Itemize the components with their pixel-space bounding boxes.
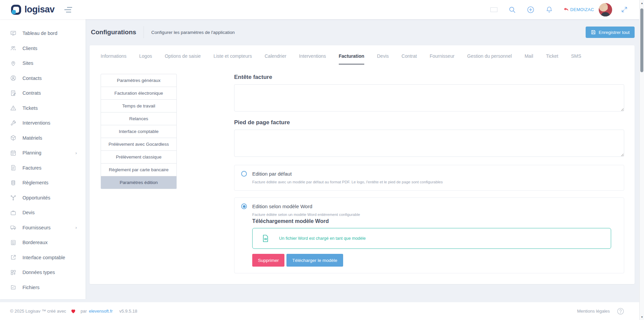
- page-header: Configurations Configurer les paramètres…: [90, 25, 635, 40]
- tab-fournisseur[interactable]: Fournisseur: [430, 53, 454, 64]
- sidebar-item-interface-comptable[interactable]: Interface comptable: [0, 250, 86, 265]
- impersonation-user[interactable]: DEMO\ZAC: [563, 6, 594, 13]
- tab-sms[interactable]: SMS: [571, 53, 581, 64]
- search-icon[interactable]: [508, 6, 516, 13]
- by-text: par: [80, 309, 87, 314]
- tabs-bar: InformationsLogosOptions de saisieListe …: [101, 53, 624, 64]
- tab-options-de-saisie[interactable]: Options de saisie: [165, 53, 201, 64]
- save-icon: [591, 30, 596, 35]
- scrollbar-thumb[interactable]: [640, 8, 643, 72]
- tab-contrat[interactable]: Contrat: [401, 53, 417, 64]
- exit-impersonation-icon[interactable]: [563, 6, 570, 13]
- invoice-header-textarea[interactable]: [234, 84, 624, 111]
- logo[interactable]: logisav: [0, 4, 55, 15]
- sidebar-item-interventions[interactable]: Interventions: [0, 116, 86, 131]
- tab-interventions[interactable]: Interventions: [299, 53, 326, 64]
- tab-logos[interactable]: Logos: [139, 53, 152, 64]
- sidebar-item-icon: [10, 45, 17, 51]
- tab-calendrier[interactable]: Calendrier: [265, 53, 286, 64]
- download-template-button[interactable]: Télécharger le modèle: [286, 254, 343, 267]
- submenu-button-prelevement-classique[interactable]: Prélèvement classique: [101, 150, 177, 164]
- sidebar-item-reglements[interactable]: Règlements: [0, 175, 86, 190]
- scroll-down-icon[interactable]: ▼: [640, 315, 644, 319]
- radio-checked-icon[interactable]: [241, 203, 247, 209]
- language-flag-icon[interactable]: [490, 7, 497, 12]
- sidebar-item-materiels[interactable]: Matériels: [0, 131, 86, 146]
- logo-mark-icon: [11, 5, 21, 15]
- avatar[interactable]: [599, 3, 612, 16]
- submenu-button-temps-de-travail[interactable]: Temps de travail: [101, 99, 177, 112]
- sidebar-item-donnees-types[interactable]: Données types: [0, 265, 86, 280]
- submenu-button-parametres-generaux[interactable]: Paramètres généraux: [101, 74, 177, 87]
- page-scrollbar[interactable]: ▲ ▼: [639, 0, 644, 320]
- tab-devis[interactable]: Devis: [377, 53, 389, 64]
- submenu-button-facturation-electronique[interactable]: Facturation électronique: [101, 87, 177, 100]
- sidebar-item-fichiers[interactable]: Fichiers: [0, 280, 86, 295]
- submenu-button-reglement-par-carte-bancaire[interactable]: Règlement par carte bancaire: [101, 163, 177, 176]
- submenu-button-relances[interactable]: Relances: [101, 112, 177, 125]
- quick-add-icon[interactable]: [527, 6, 535, 14]
- radio-unchecked-icon[interactable]: [241, 171, 247, 177]
- sidebar-item-label: Interventions: [22, 120, 50, 126]
- sidebar-item-label: Opportunités: [22, 195, 50, 200]
- sidebar-item-planning[interactable]: Planning ›: [0, 145, 86, 161]
- fullscreen-icon[interactable]: [621, 6, 628, 13]
- sidebar-item-icon: [10, 284, 17, 290]
- tab-mail[interactable]: Mail: [525, 53, 533, 64]
- submenu-button-parametres-edition[interactable]: Paramètres édition: [101, 176, 177, 189]
- sidebar-item-label: Devis: [22, 210, 35, 215]
- sidebar-item-icon: [10, 60, 17, 66]
- sidebar-item-icon: [10, 224, 17, 231]
- legal-notice-link[interactable]: Mentions légales: [577, 309, 610, 314]
- sidebar-item-devis[interactable]: Devis: [0, 205, 86, 220]
- sidebar-item-icon: [10, 269, 17, 276]
- tab-ticket[interactable]: Ticket: [546, 53, 558, 64]
- save-all-button[interactable]: Enregistrer tout: [586, 27, 635, 38]
- sidebar-item-icon: [10, 30, 17, 37]
- invoice-footer-textarea[interactable]: [234, 130, 624, 157]
- tab-facturation[interactable]: Facturation: [339, 53, 364, 64]
- page-subtitle: Configurer les paramètres de l'applicati…: [151, 30, 235, 35]
- sidebar-item-opportunites[interactable]: Opportunités: [0, 190, 86, 205]
- sidebar-item-icon: [10, 194, 17, 201]
- sidebar-item-icon: [10, 120, 17, 126]
- tab-liste-et-compteurs[interactable]: Liste et compteurs: [214, 53, 252, 64]
- delete-template-button[interactable]: Supprimer: [252, 254, 284, 267]
- submenu-button-prelevement-avec-gocardless[interactable]: Prélèvement avec Gocardless: [101, 138, 177, 151]
- option-edition-word: Edition selon modèle Word Facture éditée…: [234, 197, 624, 273]
- sidebar-item-label: Contrats: [22, 90, 41, 96]
- sidebar-item-bordereaux[interactable]: Bordereaux: [0, 235, 86, 250]
- sidebar-item-fournisseurs[interactable]: Fournisseurs ›: [0, 220, 86, 235]
- sidebar-item-label: Bordereaux: [22, 240, 48, 245]
- sidebar-item-contacts[interactable]: Contacts: [0, 71, 86, 86]
- sidebar-item-clients[interactable]: Clients: [0, 41, 86, 56]
- sidebar-item-label: Fichiers: [22, 285, 40, 290]
- sidebar-item-label: Contacts: [22, 76, 42, 81]
- help-icon[interactable]: [616, 307, 625, 315]
- sidebar: Tableau de bord Clients Sites Contacts C…: [0, 19, 86, 299]
- facturation-submenu: Paramètres générauxFacturation électroni…: [101, 74, 177, 273]
- sidebar-toggle-icon[interactable]: [64, 7, 73, 13]
- sidebar-item-sites[interactable]: Sites: [0, 56, 86, 71]
- sidebar-item-label: Fournisseurs: [22, 225, 51, 230]
- scroll-up-icon[interactable]: ▲: [640, 1, 644, 5]
- sidebar-item-tickets[interactable]: Tickets: [0, 101, 86, 116]
- elevensoft-link[interactable]: elevensoft.fr: [89, 309, 113, 314]
- radio-edition-default[interactable]: Edition par défaut: [241, 171, 617, 177]
- word-template-status-box: W Un fichier Word est chargé en tant que…: [252, 228, 611, 249]
- page-title: Configurations: [91, 29, 136, 36]
- sidebar-item-icon: [10, 75, 17, 81]
- sidebar-item-tableau-de-bord[interactable]: Tableau de bord: [0, 26, 86, 41]
- sidebar-item-icon: [10, 165, 17, 171]
- radio-edition-word[interactable]: Edition selon modèle Word: [241, 203, 617, 209]
- copyright-text: © 2025 Logisav ™ créé avec: [10, 309, 66, 314]
- sidebar-item-contrats[interactable]: Contrats: [0, 86, 86, 101]
- tab-informations[interactable]: Informations: [101, 53, 126, 64]
- sidebar-item-label: Interface comptable: [22, 255, 65, 260]
- sidebar-item-factures[interactable]: Factures: [0, 161, 86, 176]
- submenu-button-interface-comptable[interactable]: Interface comptable: [101, 125, 177, 138]
- sidebar-item-label: Règlements: [22, 180, 48, 185]
- notifications-bell-icon[interactable]: [545, 6, 553, 13]
- sidebar-item-icon: [10, 239, 17, 246]
- tab-gestion-du-personnel[interactable]: Gestion du personnel: [467, 53, 512, 64]
